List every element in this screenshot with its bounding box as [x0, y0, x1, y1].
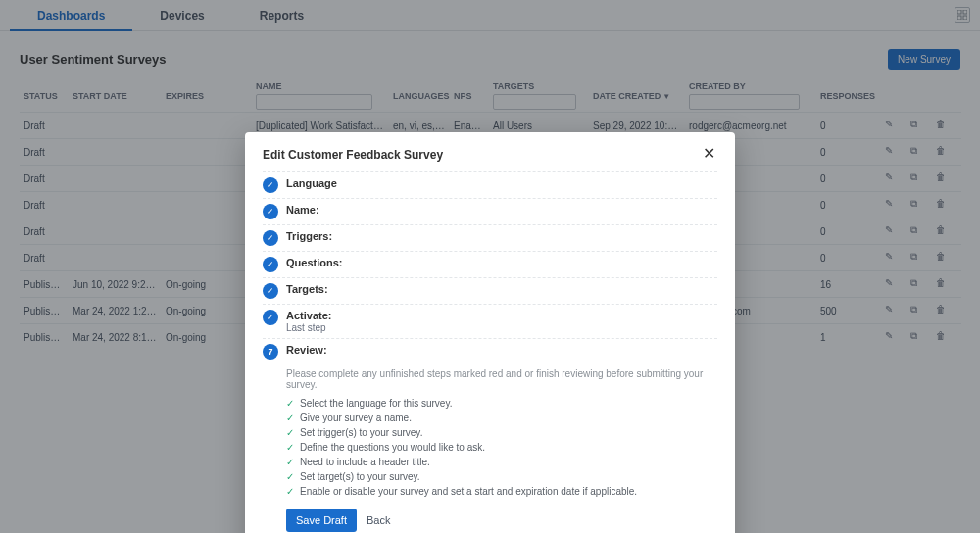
step-targets[interactable]: ✓ Targets:	[263, 277, 717, 304]
save-draft-button[interactable]: Save Draft	[286, 509, 357, 532]
check-icon: ✓	[263, 230, 278, 246]
step-triggers[interactable]: ✓ Triggers:	[263, 224, 717, 251]
check-icon: ✓	[286, 471, 294, 482]
review-item: ✓Set trigger(s) to your survey.	[286, 425, 717, 440]
check-icon: ✓	[263, 177, 278, 193]
step-questions[interactable]: ✓ Questions:	[263, 251, 717, 277]
review-item: ✓Set target(s) to your survey.	[286, 469, 717, 484]
check-icon: ✓	[286, 486, 294, 497]
review-item: ✓Select the language for this survey.	[286, 396, 717, 411]
check-icon: ✓	[286, 412, 294, 423]
review-item: ✓Enable or disable your survey and set a…	[286, 484, 717, 499]
step-activate[interactable]: ✓ Activate: Last step	[263, 304, 717, 338]
edit-survey-dialog: Edit Customer Feedback Survey ✕ ✓ Langua…	[245, 132, 735, 533]
step-number-icon: 7	[263, 344, 278, 360]
check-icon: ✓	[263, 310, 278, 325]
check-icon: ✓	[286, 442, 294, 453]
review-item: ✓Define the questions you would like to …	[286, 440, 717, 455]
review-item: ✓Need to include a header title.	[286, 455, 717, 469]
check-icon: ✓	[286, 398, 294, 409]
close-icon[interactable]: ✕	[700, 146, 717, 164]
check-icon: ✓	[286, 427, 294, 438]
check-icon: ✓	[263, 257, 278, 272]
check-icon: ✓	[263, 283, 278, 299]
review-checklist: Please complete any unfinished steps mar…	[263, 368, 717, 533]
check-icon: ✓	[286, 457, 294, 467]
step-language[interactable]: ✓ Language	[263, 171, 717, 198]
dialog-title: Edit Customer Feedback Survey	[263, 148, 700, 162]
review-item: ✓Give your survey a name.	[286, 411, 717, 425]
back-button[interactable]: Back	[367, 514, 390, 526]
step-name[interactable]: ✓ Name:	[263, 198, 717, 224]
modal-overlay: Edit Customer Feedback Survey ✕ ✓ Langua…	[0, 0, 980, 533]
check-icon: ✓	[263, 204, 278, 219]
review-intro: Please complete any unfinished steps mar…	[286, 368, 717, 390]
step-review[interactable]: 7 Review:	[263, 338, 717, 364]
